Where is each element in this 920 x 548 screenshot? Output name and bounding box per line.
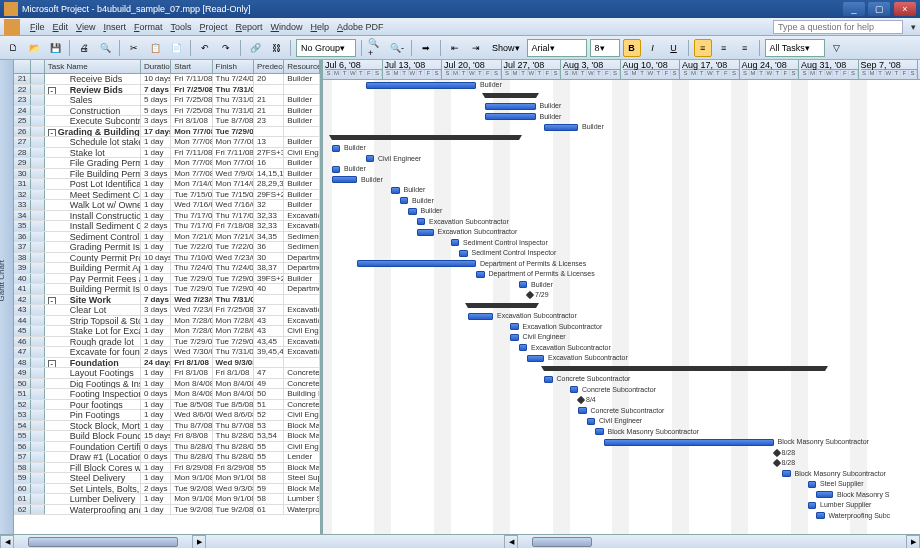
table-row[interactable]: 25Execute Subcontractor Agreeme3 daysFri… (14, 116, 320, 127)
task-bar[interactable] (544, 376, 553, 383)
cell[interactable]: 1 day (141, 263, 171, 273)
cell[interactable]: Thu 8/28/08 (171, 452, 212, 462)
align-center-button[interactable]: ≡ (715, 39, 733, 57)
cell[interactable]: Build Block Foundation (45, 431, 141, 441)
cell[interactable]: 54 (14, 421, 31, 431)
cell[interactable]: Tue 7/15/08 (213, 190, 254, 200)
cell[interactable]: 26 (14, 127, 31, 137)
table-row[interactable]: 60Set Lintels, Bolts, Cap Block2 daysTue… (14, 484, 320, 495)
cell[interactable] (284, 358, 320, 368)
cell[interactable]: 32 (14, 190, 31, 200)
cell[interactable] (31, 148, 45, 158)
cell[interactable]: Excavation S (284, 221, 320, 231)
cell[interactable]: 10 days (141, 253, 171, 263)
cell[interactable]: 40 (254, 284, 284, 294)
cell[interactable]: Lumber Supp (284, 494, 320, 504)
cell[interactable]: Mon 7/14/08 (213, 179, 254, 189)
task-bar[interactable] (391, 187, 400, 194)
cell[interactable] (31, 452, 45, 462)
task-bar[interactable] (808, 481, 817, 488)
cell[interactable]: 1 day (141, 179, 171, 189)
cell[interactable]: 52 (14, 400, 31, 410)
cell[interactable]: Sediment Co (284, 232, 320, 242)
cell[interactable] (31, 379, 45, 389)
cell[interactable]: 14,15,16 (254, 169, 284, 179)
cell[interactable]: Install Sediment Controls (45, 221, 141, 231)
table-row[interactable]: 45Stake Lot for Excavation1 dayMon 7/28/… (14, 326, 320, 337)
cell[interactable] (31, 169, 45, 179)
cell[interactable]: Thu 7/31/08 (213, 106, 254, 116)
task-bar[interactable] (468, 313, 494, 320)
cell[interactable]: 58 (254, 473, 284, 483)
table-row[interactable]: 36Sediment Control Insp.1 dayMon 7/21/08… (14, 232, 320, 243)
cell[interactable]: 37 (14, 242, 31, 252)
cell[interactable]: 51 (14, 389, 31, 399)
cell[interactable]: Tue 9/2/08 (171, 484, 212, 494)
cell[interactable]: Builder (284, 74, 320, 84)
cell[interactable] (31, 473, 45, 483)
cell[interactable]: Tue 7/22/08 (171, 242, 212, 252)
table-row[interactable]: 57Draw #1 (Location Survey)0 daysThu 8/2… (14, 452, 320, 463)
table-row[interactable]: 38County Permit Process10 daysThu 7/10/0… (14, 253, 320, 264)
cell[interactable]: Block Mason (284, 463, 320, 473)
cell[interactable]: 41 (14, 284, 31, 294)
cell[interactable]: Wed 7/30/08 (171, 347, 212, 357)
align-right-button[interactable]: ≡ (736, 39, 754, 57)
redo-button[interactable]: ↷ (217, 39, 235, 57)
cell[interactable] (31, 179, 45, 189)
group-select[interactable]: No Group ▾ (296, 39, 356, 57)
cell[interactable]: Mon 8/4/08 (213, 379, 254, 389)
cell[interactable]: 20 (254, 74, 284, 84)
cell[interactable] (31, 200, 45, 210)
help-search[interactable] (773, 20, 903, 34)
cell[interactable]: Block Mason (284, 421, 320, 431)
cell[interactable] (31, 253, 45, 263)
cell[interactable]: Concrete Su (284, 400, 320, 410)
cell[interactable]: Thu 8/28/08 (213, 431, 254, 441)
table-row[interactable]: 54Stock Block, Mortar, Sand1 dayThu 8/7/… (14, 421, 320, 432)
table-row[interactable]: 56Foundation Certification0 daysThu 8/28… (14, 442, 320, 453)
cell[interactable]: 51 (254, 400, 284, 410)
cell[interactable] (31, 295, 45, 305)
cell[interactable]: Fri 8/1/08 (213, 368, 254, 378)
cell[interactable] (31, 106, 45, 116)
cell[interactable]: 3 days (141, 305, 171, 315)
cell[interactable] (31, 221, 45, 231)
cell[interactable]: Post Lot Identification (45, 179, 141, 189)
cell[interactable]: Thu 7/24/08 (213, 74, 254, 84)
cell[interactable]: 39FS+2 days (254, 274, 284, 284)
cell[interactable]: Excavation S (284, 316, 320, 326)
cell[interactable]: 1 day (141, 200, 171, 210)
cell[interactable]: 53 (254, 421, 284, 431)
cell[interactable]: Waterproofing and Drain Tile (45, 505, 141, 515)
open-button[interactable]: 📂 (25, 39, 43, 57)
close-button[interactable]: × (894, 2, 916, 16)
cell[interactable]: Excavate for foundation (45, 347, 141, 357)
cell[interactable]: Waterproofin (284, 505, 320, 515)
cell[interactable]: Mon 7/28/08 (213, 316, 254, 326)
cell[interactable]: 61 (254, 505, 284, 515)
cell[interactable]: Fri 8/29/08 (171, 463, 212, 473)
cell[interactable] (31, 410, 45, 420)
cell[interactable]: File Grading Permit Application (45, 158, 141, 168)
cell[interactable]: Tue 8/5/08 (213, 400, 254, 410)
task-bar[interactable] (519, 344, 528, 351)
cell[interactable]: 59 (14, 473, 31, 483)
task-bar[interactable] (459, 250, 468, 257)
scroll-left-button-2[interactable]: ◀ (504, 535, 518, 549)
cell[interactable]: 24 days (141, 358, 171, 368)
cell[interactable]: 21 (14, 74, 31, 84)
cell[interactable]: 39,45,43,46 (254, 347, 284, 357)
task-bar[interactable] (808, 502, 817, 509)
cell[interactable]: 1 day (141, 242, 171, 252)
menu-insert[interactable]: Insert (103, 22, 126, 32)
cell[interactable]: 13 (254, 137, 284, 147)
menu-view[interactable]: View (76, 22, 95, 32)
cell[interactable]: Civil Enginee (284, 442, 320, 452)
cell[interactable]: Mon 7/7/08 (171, 169, 212, 179)
cell[interactable]: Fri 7/11/08 (213, 148, 254, 158)
cell[interactable]: 1 day (141, 148, 171, 158)
cell[interactable]: 34,35 (254, 232, 284, 242)
cell[interactable]: 44 (14, 316, 31, 326)
cell[interactable]: 47 (14, 347, 31, 357)
